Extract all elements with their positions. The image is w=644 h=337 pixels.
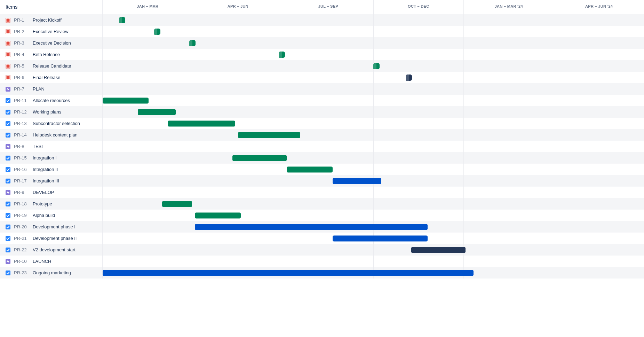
task-icon xyxy=(6,248,10,252)
issue-item[interactable]: PR-1Project Kickoff xyxy=(0,14,103,26)
timeline-bar[interactable] xyxy=(238,132,300,138)
timeline-bar[interactable] xyxy=(103,97,149,103)
roadmap-row: PR-17Integration III xyxy=(0,175,644,187)
period-header: APR – JUN xyxy=(193,0,284,14)
task-icon xyxy=(6,121,10,126)
timeline-bar[interactable] xyxy=(138,109,176,115)
epic-icon xyxy=(6,190,10,195)
issue-item[interactable]: PR-8TEST xyxy=(0,141,103,152)
timeline-milestone[interactable] xyxy=(154,29,160,35)
roadmap-row: PR-11Allocate resources xyxy=(0,95,644,106)
issue-item[interactable]: PR-23Ongoing marketing xyxy=(0,267,103,279)
issue-summary: Executive Decision xyxy=(33,40,71,46)
roadmap-row: PR-22V2 development start xyxy=(0,244,644,256)
issue-key[interactable]: PR-11 xyxy=(14,98,29,103)
timeline-grid xyxy=(103,14,644,26)
issue-key[interactable]: PR-8 xyxy=(14,144,29,149)
issue-item[interactable]: PR-3Executive Decision xyxy=(0,37,103,49)
timeline-bar[interactable] xyxy=(195,212,241,218)
issue-item[interactable]: PR-10LAUNCH xyxy=(0,256,103,267)
issue-key[interactable]: PR-23 xyxy=(14,270,29,275)
issue-key[interactable]: PR-1 xyxy=(14,17,29,23)
issue-key[interactable]: PR-12 xyxy=(14,109,29,115)
timeline-bar[interactable] xyxy=(103,270,474,276)
issue-key[interactable]: PR-16 xyxy=(14,167,29,172)
issue-item[interactable]: PR-13Subcontractor selection xyxy=(0,118,103,129)
issue-key[interactable]: PR-6 xyxy=(14,75,29,80)
issue-item[interactable]: PR-12Working plans xyxy=(0,106,103,118)
milestone-icon xyxy=(6,64,10,69)
timeline-bar[interactable] xyxy=(333,178,381,184)
issue-item[interactable]: PR-6Final Release xyxy=(0,72,103,83)
issue-item[interactable]: PR-21Development phase II xyxy=(0,233,103,244)
items-column-header: Items xyxy=(0,0,103,14)
issue-summary: PLAN xyxy=(33,86,45,92)
timeline-bar[interactable] xyxy=(162,201,192,207)
timeline-cell xyxy=(103,152,644,164)
issue-key[interactable]: PR-17 xyxy=(14,178,29,183)
issue-key[interactable]: PR-18 xyxy=(14,201,29,206)
timeline-bar[interactable] xyxy=(333,235,427,241)
timeline-grid xyxy=(103,244,644,256)
timeline-cell xyxy=(103,175,644,187)
issue-item[interactable]: PR-14Helpdesk content plan xyxy=(0,129,103,141)
issue-key[interactable]: PR-5 xyxy=(14,63,29,69)
issue-key[interactable]: PR-14 xyxy=(14,132,29,138)
issue-item[interactable]: PR-2Executive Review xyxy=(0,26,103,37)
issue-item[interactable]: PR-17Integration III xyxy=(0,175,103,187)
timeline-grid xyxy=(103,95,644,106)
timeline-milestone[interactable] xyxy=(279,52,285,58)
issue-key[interactable]: PR-10 xyxy=(14,259,29,264)
timeline-grid xyxy=(103,141,644,152)
issue-item[interactable]: PR-18Prototype xyxy=(0,198,103,210)
timeline-milestone[interactable] xyxy=(119,17,125,23)
timeline-grid xyxy=(103,106,644,118)
issue-key[interactable]: PR-7 xyxy=(14,86,29,92)
issue-item[interactable]: PR-5Release Candidate xyxy=(0,60,103,72)
timeline-grid xyxy=(103,256,644,267)
issue-key[interactable]: PR-13 xyxy=(14,121,29,126)
issue-summary: V2 development start xyxy=(33,247,75,252)
issue-key[interactable]: PR-20 xyxy=(14,224,29,229)
issue-summary: Integration I xyxy=(33,155,57,160)
timeline-milestone[interactable] xyxy=(406,75,412,81)
issue-key[interactable]: PR-19 xyxy=(14,213,29,218)
milestone-icon xyxy=(6,18,10,23)
task-icon xyxy=(6,271,10,275)
issue-item[interactable]: PR-15Integration I xyxy=(0,152,103,164)
timeline-bar[interactable] xyxy=(287,166,333,172)
issue-item[interactable]: PR-4Beta Release xyxy=(0,49,103,60)
issue-key[interactable]: PR-21 xyxy=(14,236,29,241)
milestone-icon xyxy=(6,41,10,46)
roadmap-body: PR-1Project KickoffPR-2Executive ReviewP… xyxy=(0,14,644,279)
task-icon xyxy=(6,213,10,218)
issue-item[interactable]: PR-20Development phase I xyxy=(0,221,103,233)
issue-item[interactable]: PR-9DEVELOP xyxy=(0,187,103,198)
issue-item[interactable]: PR-11Allocate resources xyxy=(0,95,103,106)
timeline-bar[interactable] xyxy=(232,155,287,161)
timeline-bar[interactable] xyxy=(411,247,466,253)
svg-rect-0 xyxy=(6,18,10,22)
timeline-bar[interactable] xyxy=(195,224,428,230)
timeline-bar[interactable] xyxy=(168,120,236,126)
timeline-grid xyxy=(103,72,644,83)
issue-key[interactable]: PR-3 xyxy=(14,40,29,46)
issue-summary: Integration III xyxy=(33,178,59,183)
issue-key[interactable]: PR-22 xyxy=(14,247,29,252)
timeline-cell xyxy=(103,267,644,279)
issue-item[interactable]: PR-16Integration II xyxy=(0,164,103,175)
issue-item[interactable]: PR-7PLAN xyxy=(0,83,103,95)
timeline-milestone[interactable] xyxy=(373,63,380,69)
issue-item[interactable]: PR-22V2 development start xyxy=(0,244,103,256)
task-icon xyxy=(6,133,10,138)
issue-key[interactable]: PR-4 xyxy=(14,52,29,57)
issue-summary: Integration II xyxy=(33,167,58,172)
issue-key[interactable]: PR-9 xyxy=(14,190,29,195)
roadmap-row: PR-14Helpdesk content plan xyxy=(0,129,644,141)
issue-key[interactable]: PR-15 xyxy=(14,155,29,160)
issue-summary: Subcontractor selection xyxy=(33,121,80,126)
issue-key[interactable]: PR-2 xyxy=(14,29,29,34)
roadmap-row: PR-5Release Candidate xyxy=(0,60,644,72)
issue-item[interactable]: PR-19Alpha build xyxy=(0,210,103,221)
timeline-milestone[interactable] xyxy=(189,40,196,46)
